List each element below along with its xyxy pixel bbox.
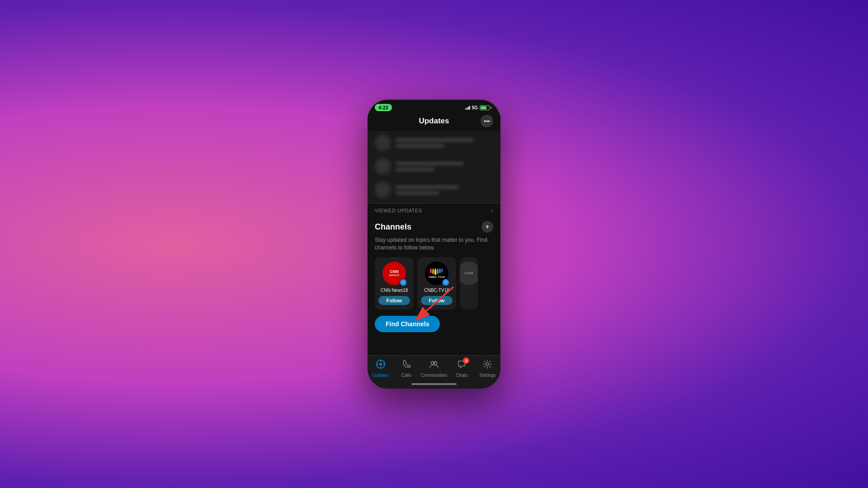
svg-point-8 — [486, 363, 489, 366]
channel-card-cnn[interactable]: CNN NEWS18 ✓ CNN News18 Follow — [375, 257, 414, 310]
find-channels-button[interactable]: Find Channels — [375, 316, 440, 332]
chats-icon: 2 — [457, 359, 467, 371]
status-updates-section — [368, 131, 500, 203]
svg-point-6 — [431, 361, 434, 364]
nav-item-communities[interactable]: Communities — [421, 359, 447, 378]
chats-nav-label: Chats — [456, 373, 467, 378]
cnbc-text: CNBC TV18 — [429, 276, 445, 278]
plus-icon: + — [485, 223, 489, 231]
cnbc-peacock-icon: CNBC TV18 — [429, 268, 445, 278]
communities-icon — [429, 359, 439, 371]
cnbc-logo-container: CNBC TV18 ✓ — [425, 262, 448, 285]
network-label: 5G — [472, 105, 478, 110]
partial-logo-text: GAM — [465, 271, 473, 275]
nav-item-chats[interactable]: 2 Chats — [450, 359, 473, 378]
nav-item-settings[interactable]: Settings — [476, 359, 499, 378]
cnn-channel-name: CNN News18 — [381, 288, 408, 293]
nav-item-calls[interactable]: Calls — [395, 359, 418, 378]
battery-icon — [480, 105, 491, 110]
bottom-nav: Updates Calls Communities — [368, 355, 500, 380]
cnbc-follow-button[interactable]: Follow — [421, 296, 453, 305]
calls-nav-label: Calls — [401, 373, 411, 378]
channels-section: Channels + Stay updated on topics that m… — [368, 217, 500, 355]
blurred-name — [396, 138, 474, 142]
avatar-1 — [375, 135, 391, 151]
viewed-updates-label: VIEWED UPDATES — [375, 208, 422, 213]
more-options-button[interactable]: ••• — [481, 115, 493, 127]
home-bar — [411, 383, 457, 385]
nav-item-updates[interactable]: Updates — [369, 359, 392, 378]
blurred-name-3 — [396, 185, 459, 189]
chevron-right-icon: › — [491, 207, 493, 214]
updates-icon — [376, 359, 386, 371]
blurred-item-3 — [368, 178, 500, 202]
chats-badge: 2 — [463, 357, 469, 364]
settings-icon — [482, 359, 492, 371]
screen-header: Updates ••• — [368, 113, 500, 131]
channel-card-cnbc[interactable]: CNBC TV18 ✓ CNBC-TV18 Follow — [417, 257, 456, 310]
channels-header: Channels + — [375, 217, 493, 233]
svg-point-1 — [379, 363, 382, 366]
svg-point-7 — [434, 361, 437, 364]
channel-cards-row: CNN NEWS18 ✓ CNN News18 Follow — [375, 257, 493, 310]
calls-icon — [401, 359, 411, 371]
status-icons: 5G — [465, 105, 491, 110]
blurred-time — [396, 144, 444, 148]
channels-description: Stay updated on topics that matter to yo… — [375, 236, 493, 252]
page-title: Updates — [387, 117, 481, 126]
viewed-updates-bar[interactable]: VIEWED UPDATES › — [368, 203, 500, 217]
cnn-logo-text: CNN NEWS18 — [389, 270, 399, 277]
verified-badge-cnbc: ✓ — [442, 279, 449, 286]
communities-nav-label: Communities — [421, 373, 447, 378]
add-channel-button[interactable]: + — [481, 221, 493, 233]
blurred-time-2 — [396, 168, 434, 171]
updates-nav-label: Updates — [372, 373, 389, 378]
blurred-item-2 — [368, 155, 500, 178]
verified-badge-cnn: ✓ — [400, 279, 407, 286]
partial-logo: GAM — [460, 262, 478, 285]
channels-title: Channels — [375, 222, 411, 232]
signal-icon — [465, 105, 470, 110]
cnn-logo: CNN NEWS18 ✓ — [382, 262, 406, 285]
blurred-item-1 — [368, 131, 500, 155]
more-icon: ••• — [484, 118, 490, 125]
avatar-3 — [375, 182, 391, 198]
blurred-name-2 — [396, 162, 464, 165]
cnbc-channel-name: CNBC-TV18 — [424, 288, 449, 293]
home-indicator — [368, 380, 500, 389]
settings-nav-label: Settings — [479, 373, 495, 378]
phone-frame: 4:22 5G Updates ••• — [368, 99, 500, 389]
blurred-time-3 — [396, 191, 439, 195]
screen-content: Updates ••• — [368, 113, 500, 355]
avatar-2 — [375, 158, 391, 174]
time-display: 4:22 — [375, 104, 392, 111]
status-bar: 4:22 5G — [368, 99, 500, 113]
peacock-feathers — [430, 268, 443, 275]
channel-card-partial[interactable]: GAM — [460, 257, 478, 310]
cnn-follow-button[interactable]: Follow — [378, 296, 410, 305]
